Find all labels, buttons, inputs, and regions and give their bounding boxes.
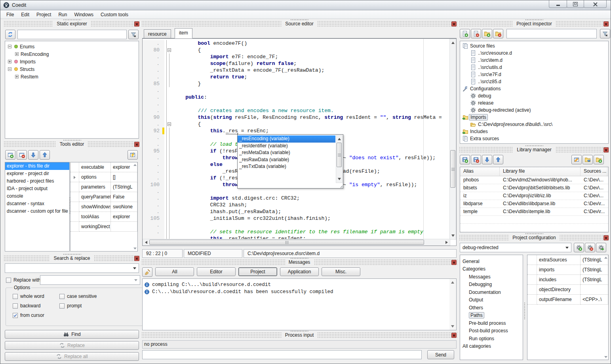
fold-margin[interactable] — [164, 168, 173, 175]
find-button[interactable]: Find — [5, 330, 139, 339]
fold-margin[interactable] — [164, 101, 173, 107]
fold-margin[interactable] — [164, 202, 173, 208]
close-panel-icon[interactable] — [134, 256, 139, 261]
move-tool-up-button[interactable] — [40, 150, 50, 160]
fold-margin[interactable] — [164, 175, 173, 181]
menu-item-project[interactable]: Project — [33, 11, 55, 18]
library-row[interactable]: bitsetsC:\Dev\dproj\bitSet\lib\bitsets.l… — [460, 184, 608, 192]
category-others[interactable]: Others — [460, 304, 523, 312]
code-line[interactable]: . CRC32 ihash; — [143, 202, 449, 208]
property-row[interactable]: queryParametFalse — [70, 192, 137, 202]
close-panel-icon[interactable] — [134, 21, 139, 27]
fold-margin[interactable] — [164, 229, 173, 235]
menu-item-custom-tools[interactable]: Custom tools — [97, 11, 132, 18]
code-editor[interactable]: . bool encodee7F()80 {. import e7F: enco… — [142, 38, 457, 246]
property-row[interactable]: outputFilename<CPP>..\ — [527, 295, 608, 305]
remove-source-button[interactable] — [471, 29, 481, 38]
fold-margin[interactable] — [164, 80, 173, 87]
unchecked-checkbox[interactable] — [13, 303, 18, 309]
fold-margin[interactable] — [164, 94, 173, 101]
add-configuration-button[interactable] — [574, 243, 584, 252]
editor-horizontal-scrollbar[interactable] — [143, 239, 450, 246]
close-panel-icon[interactable] — [603, 235, 609, 240]
editor-horizontal-scroll-thumb[interactable] — [149, 240, 424, 245]
tree-item-imports[interactable]: Imports — [5, 58, 139, 65]
fold-margin[interactable] — [164, 47, 173, 53]
symbol-filter-input[interactable] — [17, 30, 127, 39]
project-tree-item-src-z85-d[interactable]: ..\src\z85.d — [460, 78, 608, 85]
completion-item[interactable]: _resMetaData (variable) — [238, 149, 335, 156]
scroll-down-icon[interactable] — [133, 248, 137, 250]
property-row[interactable]: extraSources(TStringL — [527, 255, 608, 265]
scroll-down-icon[interactable] — [451, 234, 455, 237]
fold-margin[interactable] — [164, 222, 173, 229]
code-line[interactable]: 85 } — [143, 80, 449, 87]
category-general[interactable]: General — [460, 257, 523, 265]
tree-item-structs[interactable]: Structs — [5, 65, 139, 73]
tool-list-item[interactable]: console — [5, 192, 69, 200]
column-header-alias[interactable]: Alias — [460, 167, 500, 176]
property-row[interactable]: parameters(TStringL — [70, 182, 137, 192]
tab-item[interactable]: item — [175, 28, 192, 38]
maximize-button[interactable] — [567, 0, 584, 8]
checkbox-from-cursor[interactable]: from cursor — [13, 313, 59, 318]
code-line[interactable]: . public: — [143, 94, 449, 101]
scroll-up-icon[interactable] — [451, 281, 454, 284]
collapse-icon[interactable] — [8, 45, 11, 48]
remove-tool-button[interactable] — [17, 150, 27, 160]
scroll-right-icon[interactable] — [445, 241, 448, 244]
splitter-grip[interactable] — [290, 330, 308, 332]
property-value[interactable] — [111, 222, 137, 232]
add-source-button[interactable] — [460, 29, 470, 38]
collapse-icon[interactable] — [8, 67, 11, 71]
clone-configuration-button[interactable] — [596, 243, 606, 252]
project-tree-item-includes[interactable]: Includes — [460, 128, 608, 135]
tool-list-item[interactable]: explorer - project dir — [5, 170, 69, 177]
message-tab-editor[interactable]: Editor — [197, 267, 236, 276]
replace-button[interactable]: Replace — [5, 341, 139, 350]
tool-list-item[interactable]: harbored - project files — [5, 177, 69, 185]
expand-right-icon[interactable] — [74, 176, 76, 179]
tree-item-resencoding[interactable]: ResEncoding — [5, 50, 139, 58]
code-line[interactable]: . — [143, 188, 449, 195]
fold-margin[interactable] — [164, 141, 173, 148]
property-value[interactable]: False — [111, 192, 137, 202]
project-tree-item-c-dev-dproj-resource-d-build-src[interactable]: C:\Dev\dproj\resource.d\build\..\src\ — [460, 121, 608, 128]
remove-configuration-button[interactable] — [585, 243, 595, 252]
expand-icon[interactable] — [15, 75, 19, 78]
unchecked-checkbox[interactable] — [59, 294, 65, 299]
property-value[interactable]: [] — [111, 172, 137, 182]
scroll-up-icon[interactable] — [338, 138, 341, 140]
project-tree-item-release[interactable]: release — [460, 99, 608, 107]
message-row[interactable]: compiling C:\...\build\resource.d.coedit — [143, 281, 456, 288]
scroll-down-icon[interactable] — [338, 178, 341, 180]
tab-resource[interactable]: resource — [144, 29, 171, 38]
completion-item[interactable]: _resRawData (variable) — [238, 156, 335, 164]
configuration-combo[interactable]: debug-redirected — [460, 243, 571, 252]
clear-filter-button[interactable] — [600, 29, 610, 38]
close-panel-icon[interactable] — [451, 21, 457, 27]
fold-margin[interactable] — [164, 87, 173, 94]
category-categories[interactable]: Categories — [460, 265, 523, 273]
checked-checkbox[interactable] — [13, 313, 18, 318]
property-value[interactable]: <CPP>..\ — [581, 295, 608, 305]
code-line[interactable]: . import std.digest.crc: CRC32; — [143, 195, 449, 202]
project-tree-item-imports[interactable]: Imports — [460, 114, 608, 121]
add-library-button[interactable] — [460, 155, 470, 164]
code-line[interactable]: 105 _initialSum = crc322uint(ihash.finis… — [143, 215, 449, 222]
splitter-grip[interactable] — [525, 19, 543, 21]
splitter-grip[interactable] — [525, 145, 543, 147]
replace-with-checkbox[interactable] — [6, 278, 11, 283]
remove-folder-button[interactable] — [493, 29, 503, 38]
clear-filter-button[interactable] — [128, 30, 139, 39]
move-library-up-button[interactable] — [493, 155, 503, 164]
property-row[interactable]: imports(TStringL — [527, 265, 608, 275]
splitter-grip[interactable] — [63, 139, 81, 141]
close-panel-icon[interactable] — [603, 21, 609, 27]
scroll-down-icon[interactable] — [451, 325, 454, 328]
library-row[interactable]: templeC:\Dev\dlibs\temple.libC:\Dev\r... — [460, 208, 608, 216]
replace-all-button[interactable]: Replace all — [5, 352, 139, 361]
fold-margin[interactable] — [164, 208, 173, 215]
completion-item[interactable]: _resIdentifier (variable) — [238, 143, 335, 150]
fold-margin[interactable] — [164, 67, 173, 74]
